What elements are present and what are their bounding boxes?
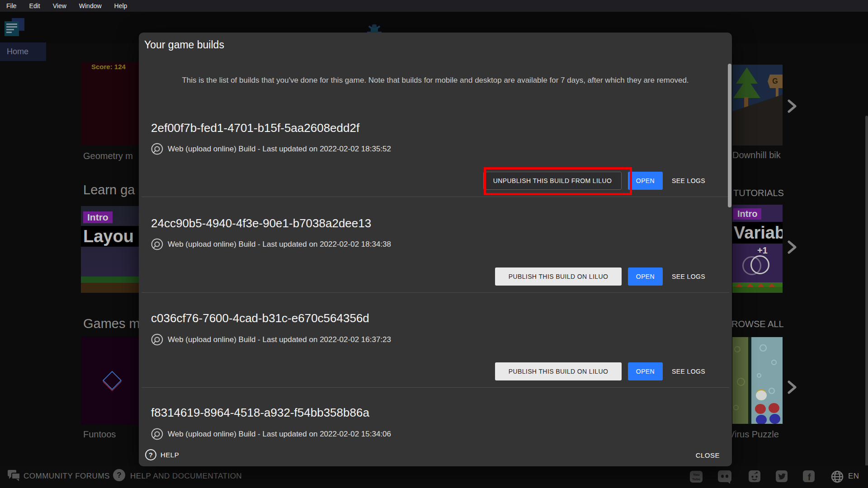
chrome-browser-icon	[151, 143, 163, 155]
variables-title: Variab	[732, 222, 783, 244]
carousel-next-icon[interactable]	[787, 380, 797, 394]
home-tab-label: Home	[0, 42, 46, 61]
reddit-icon[interactable]	[748, 470, 761, 483]
menu-bar: File Edit View Window Help	[0, 0, 868, 12]
youtube-icon[interactable]: You Tube	[689, 470, 703, 483]
window-scrollbar[interactable]	[865, 116, 868, 488]
facebook-icon[interactable]: f	[802, 470, 815, 483]
game-builds-dialog: Your game builds This is the list of bui…	[139, 33, 732, 466]
learn-section-heading: Learn ga	[83, 183, 135, 197]
intro-badge: Intro	[83, 211, 113, 223]
help-question-icon: ?	[145, 449, 156, 460]
carousel-next-icon[interactable]	[787, 240, 797, 254]
forum-chat-icon	[7, 469, 21, 482]
chrome-browser-icon	[151, 333, 163, 346]
help-documentation-link[interactable]: HELP AND DOCUMENTATION	[130, 472, 242, 481]
project-tab-icon[interactable]	[5, 18, 25, 37]
build-info-text: Web (upload online) Build - Last updated…	[168, 430, 391, 439]
close-button[interactable]: CLOSE	[696, 451, 720, 459]
help-question-icon: ?	[113, 469, 125, 481]
game-thumbnail-downhill-bike[interactable]: G	[732, 65, 783, 145]
funtoos-diamond-shape	[103, 371, 122, 390]
discord-icon[interactable]	[717, 470, 733, 483]
row-divider	[142, 197, 729, 197]
menu-window[interactable]: Window	[73, 0, 108, 12]
intro-badge: Intro	[733, 208, 761, 220]
open-build-button[interactable]: OPEN	[628, 267, 663, 286]
build-id: 2ef00f7b-fed1-4701-b15f-5aa2608edd2f	[151, 121, 359, 135]
game-thumbnail-funtoos[interactable]	[81, 337, 139, 425]
menu-help[interactable]: Help	[108, 0, 134, 12]
see-logs-button[interactable]: SEE LOGS	[669, 362, 708, 380]
game-thumbnail-virus-puzzle[interactable]	[732, 337, 783, 424]
menu-view[interactable]: View	[47, 0, 73, 12]
chrome-browser-icon	[151, 428, 163, 440]
annotation-rectangle	[484, 167, 632, 195]
community-forums-link[interactable]: COMMUNITY FORUMS	[24, 472, 110, 481]
publish-build-button[interactable]: PUBLISH THIS BUILD ON LILUO	[495, 362, 622, 380]
build-id: 24cc90b5-4940-4f3e-90e1-b7038a2dee13	[151, 216, 371, 230]
virus-puzzle-caption: Virus Puzzle	[729, 429, 779, 440]
build-info-text: Web (upload online) Build - Last updated…	[168, 335, 391, 344]
layouts-title: Layou	[81, 226, 139, 247]
svg-text:f: f	[808, 472, 811, 482]
svg-text:You: You	[693, 473, 700, 477]
open-build-button[interactable]: OPEN	[628, 362, 663, 380]
row-divider	[142, 387, 729, 388]
tutorial-thumbnail-layouts[interactable]: Intro Layou	[81, 206, 139, 293]
tutorials-link[interactable]: TUTORIALS	[733, 188, 784, 198]
browse-all-link[interactable]: ROWSE ALL	[731, 319, 784, 329]
svg-text:Tube: Tube	[692, 477, 701, 481]
tutorial-thumbnail-variables[interactable]: Intro Variab +1	[732, 205, 783, 293]
see-logs-button[interactable]: SEE LOGS	[669, 172, 708, 190]
open-build-button[interactable]: OPEN	[628, 172, 663, 190]
chrome-browser-icon	[151, 238, 163, 250]
menu-edit[interactable]: Edit	[23, 0, 47, 12]
game-thumbnail-geometry-monster[interactable]: Score: 124	[81, 62, 139, 145]
see-logs-button[interactable]: SEE LOGS	[669, 267, 708, 286]
publish-build-button[interactable]: PUBLISH THIS BUILD ON LILUO	[495, 267, 622, 286]
build-info: Web (upload online) Build - Last updated…	[151, 428, 391, 440]
build-info: Web (upload online) Build - Last updated…	[151, 143, 391, 155]
geometry-monster-caption: Geometry m	[83, 151, 133, 161]
build-info: Web (upload online) Build - Last updated…	[151, 333, 391, 346]
sign-letter: G	[768, 75, 783, 88]
build-info-text: Web (upload online) Build - Last updated…	[168, 145, 391, 154]
dialog-footer: ? HELP CLOSE	[139, 446, 732, 466]
score-text: Score: 124	[91, 63, 126, 70]
build-info-text: Web (upload online) Build - Last updated…	[168, 240, 391, 249]
build-info: Web (upload online) Build - Last updated…	[151, 238, 391, 250]
bottom-bar: COMMUNITY FORUMS ? HELP AND DOCUMENTATIO…	[0, 465, 868, 488]
help-button[interactable]: ? HELP	[145, 449, 179, 460]
plus-one-text: +1	[757, 245, 768, 256]
tab-home[interactable]: Home	[0, 42, 46, 61]
dialog-description: This is the list of builds that you've d…	[164, 74, 707, 87]
language-globe-icon[interactable]	[830, 470, 844, 483]
row-divider	[142, 292, 729, 293]
games-section-heading: Games m	[83, 316, 140, 331]
build-id: f8314619-8964-4518-a932-f54bb358b86a	[151, 406, 369, 420]
build-id: c036cf76-7600-4cad-b31c-e670c564356d	[151, 311, 369, 325]
dialog-title: Your game builds	[144, 39, 224, 51]
language-selector[interactable]: EN	[848, 472, 859, 481]
carousel-next-icon[interactable]	[787, 99, 797, 113]
twitter-icon[interactable]	[775, 470, 788, 483]
help-button-label: HELP	[160, 451, 179, 459]
downhill-bike-caption: Downhill bik	[732, 150, 781, 160]
menu-file[interactable]: File	[0, 0, 23, 12]
dialog-scrollbar[interactable]	[728, 64, 731, 207]
funtoos-caption: Funtoos	[83, 429, 116, 440]
